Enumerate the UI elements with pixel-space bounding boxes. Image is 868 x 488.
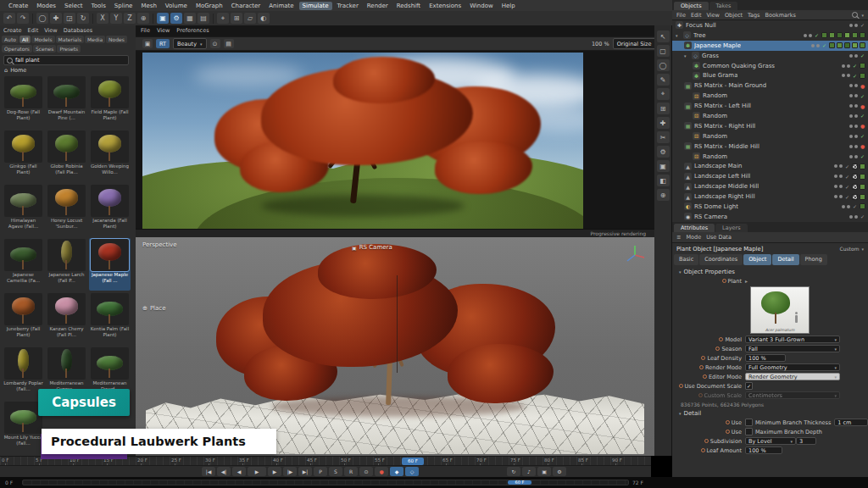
panel-tab-attributes[interactable]: Attributes xyxy=(674,224,715,232)
material-chip[interactable] xyxy=(829,32,835,38)
asset-plant-item[interactable]: Golden Weeping Willo... xyxy=(89,130,131,182)
visibility-dot[interactable] xyxy=(834,195,837,198)
toolbar-render-view-icon[interactable]: ▣ xyxy=(157,13,169,24)
visibility-dot[interactable] xyxy=(839,175,843,178)
enable-toggle[interactable]: ✓ xyxy=(860,153,865,159)
renderview-menu-view[interactable]: View xyxy=(157,27,170,34)
power-slider-track[interactable]: 60 F xyxy=(22,480,629,485)
material-chip[interactable] xyxy=(852,42,858,48)
transport-goto-start-button[interactable]: |◀ xyxy=(202,467,215,476)
menu-spline[interactable]: Spline xyxy=(111,2,136,10)
object-menu-object[interactable]: Object xyxy=(725,12,743,19)
object-row[interactable]: ⚄Random✓ xyxy=(672,131,868,141)
tab-operators[interactable]: Operators xyxy=(2,45,32,53)
filter-chevron-icon[interactable]: ▾ xyxy=(861,13,864,18)
rendered-image[interactable] xyxy=(142,53,583,229)
tool-split-view-icon[interactable]: ◧ xyxy=(657,175,670,186)
material-chip[interactable] xyxy=(860,203,865,209)
enable-toggle[interactable]: ✓ xyxy=(860,214,865,219)
menu-tracker[interactable]: Tracker xyxy=(334,2,362,10)
visibility-dot[interactable] xyxy=(849,94,853,97)
keyframe-dot[interactable] xyxy=(701,356,705,360)
keyframe-dot[interactable] xyxy=(703,374,707,379)
section-tab-detail[interactable]: Detail xyxy=(772,254,798,265)
visibility-dot[interactable] xyxy=(809,34,812,37)
transport-record-parameter-button[interactable]: ⊙ xyxy=(359,467,373,476)
visibility-dot[interactable] xyxy=(849,114,853,118)
expand-icon[interactable]: ▸ xyxy=(745,278,748,284)
visibility-dot[interactable] xyxy=(834,185,837,188)
enable-toggle[interactable]: ● xyxy=(860,143,865,149)
menu-redshift[interactable]: Redshift xyxy=(393,2,424,10)
toolbar-snap-icon[interactable]: ⌖ xyxy=(217,13,229,24)
tab-scenes[interactable]: Scenes xyxy=(33,45,56,53)
search-input[interactable]: fall plant xyxy=(3,55,129,65)
object-row[interactable]: ◉RS Camera✓ xyxy=(672,212,868,222)
transport-playback-loop-button[interactable]: ↻ xyxy=(507,467,520,476)
material-chip[interactable] xyxy=(852,32,858,38)
menu-character[interactable]: Character xyxy=(228,2,264,10)
asset-plant-item[interactable]: Field Maple (Fall Plant) xyxy=(89,75,131,128)
object-row[interactable]: ✽Blue Grama✓ xyxy=(672,70,868,80)
menu-animate[interactable]: Animate xyxy=(265,2,297,10)
asset-plant-item[interactable]: Kentia Palm (Fall Plant) xyxy=(89,292,131,345)
visibility-dot[interactable] xyxy=(842,74,845,77)
visibility-dot[interactable] xyxy=(854,135,858,138)
asset-menu-create[interactable]: Create xyxy=(3,27,22,34)
visibility-dot[interactable] xyxy=(816,44,820,47)
dropdown[interactable]: Fall▾ xyxy=(745,345,840,352)
transport-record-rotation-button[interactable]: R xyxy=(344,467,358,476)
keyframe-dot[interactable] xyxy=(701,448,705,452)
tool-snap-target-icon[interactable]: ⌖ xyxy=(657,88,670,100)
zoom-level[interactable]: 100 % xyxy=(592,41,609,47)
enable-toggle[interactable]: ✓ xyxy=(844,194,850,200)
keyframe-dot[interactable] xyxy=(679,384,683,388)
section-tab-phong[interactable]: Phong xyxy=(800,254,827,265)
asset-plant-item[interactable]: Kanzan Cherry (Fall Pl... xyxy=(46,292,87,345)
asset-menu-databases[interactable]: Databases xyxy=(64,27,92,34)
menu-mesh[interactable]: Mesh xyxy=(137,2,159,10)
value-field[interactable]: 1 cm xyxy=(834,419,868,426)
transport-autokey-button[interactable]: ◆ xyxy=(390,467,403,476)
menu-tools[interactable]: Tools xyxy=(88,2,109,10)
object-menu-tags[interactable]: Tags xyxy=(748,12,760,19)
visibility-dot[interactable] xyxy=(849,84,853,87)
material-chip[interactable] xyxy=(852,164,858,169)
material-chip[interactable] xyxy=(852,194,858,200)
transport-goto-end-button[interactable]: ▶| xyxy=(298,467,312,476)
visibility-dot[interactable] xyxy=(854,54,858,58)
visibility-dot[interactable] xyxy=(854,104,858,108)
material-chip[interactable] xyxy=(860,73,865,79)
enable-toggle[interactable]: ✓ xyxy=(860,133,865,139)
toolbar-scale-icon[interactable]: ◲ xyxy=(64,13,75,24)
section-caret-icon[interactable]: ▾ xyxy=(679,411,682,416)
object-menu-view[interactable]: View xyxy=(706,12,719,19)
pass-dropdown[interactable]: Beauty ▾ xyxy=(173,38,206,49)
search-icon[interactable] xyxy=(852,12,858,18)
material-chip[interactable] xyxy=(860,63,865,69)
object-row[interactable]: ▦RS Matrix - Right Hill● xyxy=(672,121,868,131)
tool-cut-icon[interactable]: ✂ xyxy=(657,131,670,143)
object-row[interactable]: ◐RS Dome Light✓ xyxy=(672,202,868,212)
transport-record-keyframe-button[interactable]: ● xyxy=(375,467,388,476)
toolbar-x-axis-icon[interactable]: X xyxy=(97,13,108,24)
dropdown[interactable]: Centimeters▾ xyxy=(745,391,840,399)
toolbar-rotate-icon[interactable]: ↻ xyxy=(77,13,89,24)
visibility-dot[interactable] xyxy=(842,205,845,208)
render-icon[interactable]: ▣ xyxy=(142,39,153,48)
visibility-dot[interactable] xyxy=(839,195,843,198)
object-row[interactable]: ▲Landscape Left Hill✓ xyxy=(672,171,868,181)
asset-plant-item[interactable]: Himalayan Agave (Fall... xyxy=(3,184,44,236)
visibility-dot[interactable] xyxy=(811,44,815,47)
tool-render-region-icon[interactable]: ▣ xyxy=(657,160,670,172)
visibility-dot[interactable] xyxy=(839,185,843,188)
enable-toggle[interactable]: ✓ xyxy=(844,184,850,190)
visibility-dot[interactable] xyxy=(842,64,845,68)
material-chip[interactable] xyxy=(844,42,850,48)
panel-tab-objects[interactable]: Objects xyxy=(674,2,709,10)
asset-plant-item[interactable]: Japanese Larch (Fall P... xyxy=(46,238,87,291)
visibility-dot[interactable] xyxy=(854,125,858,128)
object-row[interactable]: ⚄Random✓ xyxy=(672,152,868,162)
transport-next-frame-button[interactable]: ▶ xyxy=(268,467,281,476)
transport-next-key-button[interactable]: |▶ xyxy=(283,467,297,476)
